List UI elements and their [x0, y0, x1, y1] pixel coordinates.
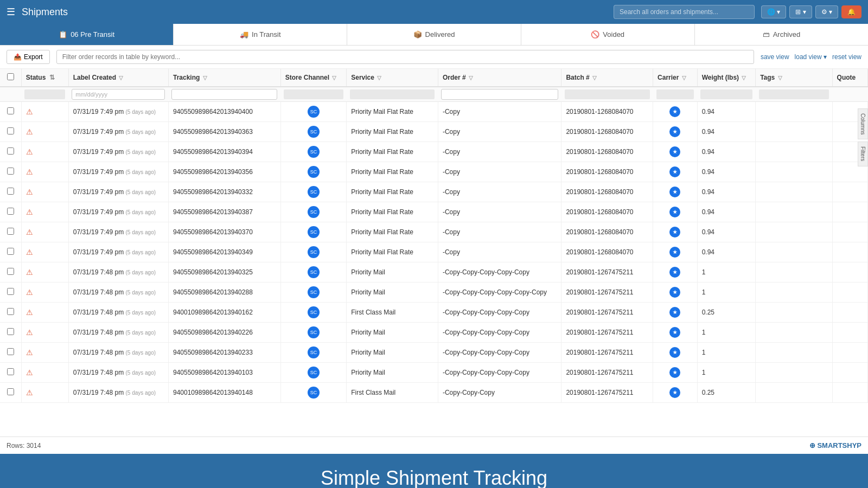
row-carrier: ★ [653, 142, 698, 162]
row-checkbox[interactable] [7, 228, 14, 235]
tab-in-transit[interactable]: 🚚 In Transit [174, 24, 347, 45]
row-label-created: 07/31/19 7:48 pm (5 days ago) [68, 383, 168, 403]
grid-button[interactable]: ⊞ ▾ [789, 5, 812, 18]
row-tags [756, 343, 832, 363]
row-checkbox[interactable] [7, 328, 14, 335]
menu-icon[interactable]: ☰ [7, 6, 15, 18]
shipments-table: Status ⇅ Label Created ▽ Tracking ▽ Stor… [0, 69, 868, 403]
filter-tracking-input[interactable] [171, 89, 277, 100]
row-store-channel: SC [280, 182, 347, 202]
select-all-checkbox[interactable] [7, 73, 14, 80]
carrier-icon: ★ [669, 166, 680, 177]
row-checkbox-cell [0, 363, 21, 383]
row-store-channel: SC [280, 282, 347, 303]
export-button[interactable]: 📤 Export [7, 50, 50, 64]
filter-icon-label: ▽ [119, 75, 123, 81]
status-warning-icon: ⚠ [26, 348, 33, 357]
col-header-store-channel[interactable]: Store Channel ▽ [280, 69, 347, 87]
col-header-label-created[interactable]: Label Created ▽ [68, 69, 168, 87]
row-label-created: 07/31/19 7:48 pm (5 days ago) [68, 343, 168, 363]
row-checkbox[interactable] [7, 388, 14, 395]
row-checkbox[interactable] [7, 208, 14, 215]
row-checkbox[interactable] [7, 168, 14, 175]
view-actions: save view load view ▾ reset view [761, 53, 861, 61]
status-warning-icon: ⚠ [26, 208, 33, 216]
row-tracking: 9405509898642013940356 [168, 162, 280, 182]
row-carrier: ★ [653, 222, 698, 242]
row-tags [756, 363, 832, 383]
row-tracking: 9405509898642013940387 [168, 202, 280, 222]
filter-order-input[interactable] [441, 89, 558, 100]
alert-button[interactable]: 🔔 [841, 5, 861, 18]
row-label-created: 07/31/19 7:48 pm (5 days ago) [68, 262, 168, 282]
reset-view-btn[interactable]: reset view [832, 53, 861, 61]
row-checkbox[interactable] [7, 288, 14, 295]
row-batch: 20190801-1268084070 [561, 102, 653, 122]
row-order: -Copy-Copy-Copy [438, 383, 561, 403]
col-header-batch[interactable]: Batch # ▽ [561, 69, 653, 87]
gear-button[interactable]: ⚙ ▾ [815, 5, 838, 18]
save-view-btn[interactable]: save view [761, 53, 789, 61]
row-tags [756, 383, 832, 403]
status-warning-icon: ⚠ [26, 368, 33, 377]
topbar-actions: 🌐 ▾ ⊞ ▾ ⚙ ▾ 🔔 [761, 5, 861, 18]
col-header-order[interactable]: Order # ▽ [438, 69, 561, 87]
tab-voided[interactable]: 🚫 Voided [521, 24, 695, 45]
row-carrier: ★ [653, 242, 698, 262]
row-checkbox[interactable] [7, 127, 14, 134]
col-header-tracking[interactable]: Tracking ▽ [168, 69, 280, 87]
row-carrier: ★ [653, 262, 698, 282]
row-status: ⚠ [21, 142, 68, 162]
col-header-carrier[interactable]: Carrier ▽ [653, 69, 698, 87]
store-channel-icon: SC [308, 306, 320, 318]
tab-pre-transit[interactable]: 📋 06 Pre Transit [0, 24, 174, 45]
row-batch: 20190801-1267475211 [561, 343, 653, 363]
store-channel-icon: SC [308, 146, 320, 158]
row-checkbox[interactable] [7, 188, 14, 195]
filters-toggle[interactable]: Filters [858, 142, 868, 166]
col-header-status[interactable]: Status ⇅ [21, 69, 68, 87]
row-checkbox[interactable] [7, 308, 14, 315]
row-batch: 20190801-1267475211 [561, 282, 653, 303]
row-store-channel: SC [280, 102, 347, 122]
row-weight: 0.94 [697, 242, 755, 262]
col-header-tags[interactable]: Tags ▽ [756, 69, 832, 87]
row-tracking: 9405509898642013940226 [168, 323, 280, 343]
row-store-channel: SC [280, 142, 347, 162]
sort-icon-status: ⇅ [49, 74, 55, 81]
row-label-created: 07/31/19 7:49 pm (5 days ago) [68, 122, 168, 142]
load-view-btn[interactable]: load view ▾ [795, 53, 827, 61]
row-tracking: 9400109898642013940148 [168, 383, 280, 403]
row-checkbox[interactable] [7, 147, 14, 155]
global-search-input[interactable] [614, 5, 755, 19]
row-store-channel: SC [280, 363, 347, 383]
row-weight: 0.94 [697, 142, 755, 162]
row-checkbox[interactable] [7, 248, 14, 255]
row-service: Priority Mail [347, 343, 438, 363]
col-header-weight[interactable]: Weight (lbs) ▽ [697, 69, 755, 87]
status-warning-icon: ⚠ [26, 188, 33, 196]
store-channel-icon: SC [308, 106, 320, 118]
row-tracking: 9405509898642013940332 [168, 182, 280, 202]
carrier-icon: ★ [669, 307, 680, 318]
tab-archived[interactable]: 🗃 Archived [695, 24, 868, 45]
columns-toggle[interactable]: Columns [858, 108, 868, 139]
tabs-bar: 📋 06 Pre Transit 🚚 In Transit 📦 Delivere… [0, 24, 868, 46]
row-checkbox[interactable] [7, 268, 14, 275]
row-checkbox[interactable] [7, 368, 14, 375]
col-header-quote[interactable]: Quote [832, 69, 867, 87]
keyword-filter-input[interactable] [56, 50, 754, 64]
filter-date-input[interactable] [72, 89, 165, 100]
tab-delivered[interactable]: 📦 Delivered [347, 24, 521, 45]
side-panel-toggles: Columns Filters [858, 108, 868, 166]
table-row: ⚠ 07/31/19 7:48 pm (5 days ago) 94055098… [0, 363, 868, 383]
table-row: ⚠ 07/31/19 7:49 pm (5 days ago) 94055098… [0, 162, 868, 182]
row-checkbox[interactable] [7, 348, 14, 355]
col-header-service[interactable]: Service ▽ [347, 69, 438, 87]
row-checkbox[interactable] [7, 107, 14, 114]
row-service: First Class Mail [347, 383, 438, 403]
status-warning-icon: ⚠ [26, 228, 33, 236]
globe-button[interactable]: 🌐 ▾ [761, 5, 786, 18]
row-label-created: 07/31/19 7:48 pm (5 days ago) [68, 323, 168, 343]
filter-icon-carrier: ▽ [682, 75, 686, 81]
